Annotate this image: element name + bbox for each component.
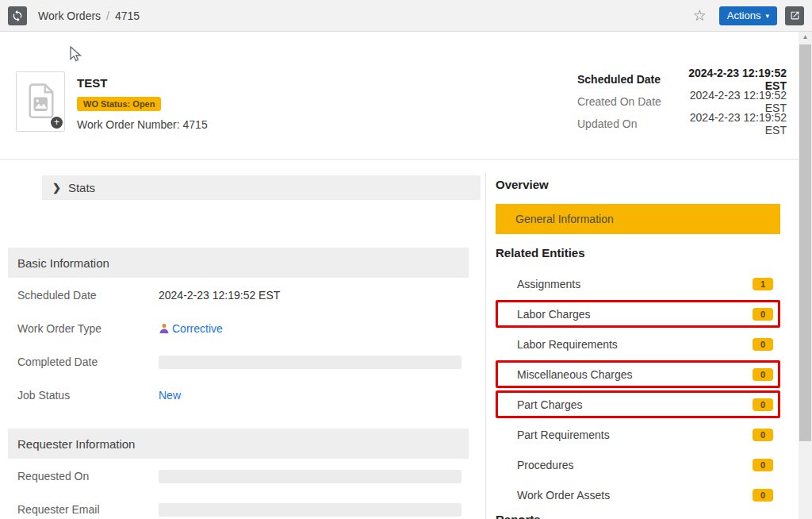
wo-status-badge: WO Status: Open [77,97,161,111]
sidebar-item-work-order-assets[interactable]: Work Order Assets 0 [496,481,780,509]
sidebar-item-procedures[interactable]: Procedures 0 [496,451,780,479]
scheduled-date-field-row: Scheduled Date 2024-2-23 12:19:52 EST [8,279,469,312]
basic-information-title: Basic Information [17,256,109,270]
work-order-type-link[interactable]: Corrective [172,322,223,335]
image-placeholder-icon [26,83,56,120]
header-divider [0,159,812,160]
scrollbar-thumb[interactable] [799,44,811,441]
completed-date-field-value [159,356,462,369]
add-attachment-icon[interactable]: + [51,117,63,129]
reports-heading: Reports [496,513,780,519]
labor-requirements-label: Labor Requirements [517,338,618,351]
job-status-field-label: Job Status [8,389,159,402]
sync-icon[interactable] [8,6,27,25]
overview-heading: Overview [496,178,780,194]
open-external-icon[interactable] [785,6,804,25]
updated-on-value: 2024-2-23 12:19:52 EST [666,111,787,136]
requested-on-field-row: Requested On [8,459,469,493]
related-entities-heading: Related Entities [496,246,780,262]
requester-information-title: Requester Information [17,437,135,451]
basic-information-fields: Scheduled Date 2024-2-23 12:19:52 EST Wo… [8,279,469,412]
sidebar-item-miscellaneous-charges[interactable]: Miscellaneous Charges 0 [496,360,780,388]
work-order-number: Work Order Number: 4715 [77,118,208,131]
actions-button-label: Actions [727,10,761,21]
sidebar-item-labor-requirements[interactable]: Labor Requirements 0 [496,330,780,358]
assignments-label: Assignments [517,278,580,290]
chevron-down-icon: ▾ [765,12,769,20]
requester-information-header: Requester Information [8,429,469,459]
scheduled-date-row: Scheduled Date 2024-2-23 12:19:52 EST [577,68,787,90]
miscellaneous-charges-label: Miscellaneous Charges [517,368,633,381]
sidebar-item-labor-charges[interactable]: Labor Charges 0 [496,300,780,328]
work-order-title: TEST [77,76,208,90]
part-charges-count-badge: 0 [753,398,773,411]
sidebar-item-general-information[interactable]: General Information [496,204,780,234]
scheduled-date-field-label: Scheduled Date [8,289,159,302]
attachment-thumbnail[interactable]: + [16,71,65,132]
work-order-type-field-row: Work Order Type Corrective [8,312,469,345]
sidebar-item-part-requirements[interactable]: Part Requirements 0 [496,421,780,448]
requester-email-field-row: Requester Email [8,493,469,519]
completed-date-field-row: Completed Date [8,345,469,379]
stats-panel-label: Stats [68,181,95,194]
sidebar-item-assignments[interactable]: Assignments 1 [496,270,780,298]
procedures-count-badge: 0 [753,459,773,471]
procedures-label: Procedures [517,459,574,471]
requested-on-field-label: Requested On [8,470,159,482]
breadcrumb-current-id: 4715 [115,10,140,22]
work-order-type-icon [159,323,170,334]
scrollbar-up-arrow-icon[interactable]: ▲ [799,33,812,40]
breadcrumb-work-orders[interactable]: Work Orders [38,10,101,22]
vertical-scrollbar[interactable]: ▲ [799,32,812,519]
favorite-star-icon[interactable]: ☆ [693,6,707,25]
actions-button[interactable]: Actions ▾ [719,6,777,25]
work-order-assets-label: Work Order Assets [517,489,610,502]
part-charges-label: Part Charges [517,398,582,411]
related-entities-list: Assignments 1 Labor Charges 0 Labor Requ… [496,270,780,509]
work-order-assets-count-badge: 0 [753,489,773,502]
labor-charges-label: Labor Charges [517,308,591,321]
requester-email-field-value [159,503,462,517]
general-information-label: General Information [515,213,614,225]
created-on-date-label: Created On Date [577,95,666,108]
top-bar: Work Orders/4715 ☆ Actions ▾ [0,0,812,32]
scheduled-date-field-value: 2024-2-23 12:19:52 EST [159,289,280,302]
breadcrumb-separator: / [106,10,109,22]
created-on-date-row: Created On Date 2024-2-23 12:19:52 EST [577,90,787,113]
work-order-type-field-label: Work Order Type [8,322,159,335]
job-status-link[interactable]: New [159,389,181,402]
scheduled-date-label: Scheduled Date [577,73,666,86]
miscellaneous-charges-count-badge: 0 [753,368,773,381]
assignments-count-badge: 1 [753,278,773,290]
chevron-right-icon: ❯ [52,182,61,194]
part-requirements-label: Part Requirements [517,429,610,441]
part-requirements-count-badge: 0 [753,429,773,441]
completed-date-field-label: Completed Date [8,356,159,368]
column-divider [485,173,486,519]
sidebar-item-part-charges[interactable]: Part Charges 0 [496,390,780,418]
labor-charges-count-badge: 0 [753,308,773,321]
updated-on-label: Updated On [577,117,666,130]
requester-email-field-label: Requester Email [8,503,159,516]
breadcrumb: Work Orders/4715 [38,10,140,22]
stats-panel-toggle[interactable]: ❯ Stats [42,175,481,200]
mouse-cursor [70,46,82,63]
requester-information-fields: Requested On Requester Email [8,459,469,519]
right-sidebar: Overview General Information Related Ent… [496,178,780,519]
updated-on-row: Updated On 2024-2-23 12:19:52 EST [577,113,787,135]
requested-on-field-value [159,470,462,483]
header-dates: Scheduled Date 2024-2-23 12:19:52 EST Cr… [577,68,787,135]
basic-information-header: Basic Information [8,248,469,278]
labor-requirements-count-badge: 0 [753,338,773,351]
job-status-field-row: Job Status New [8,379,469,412]
